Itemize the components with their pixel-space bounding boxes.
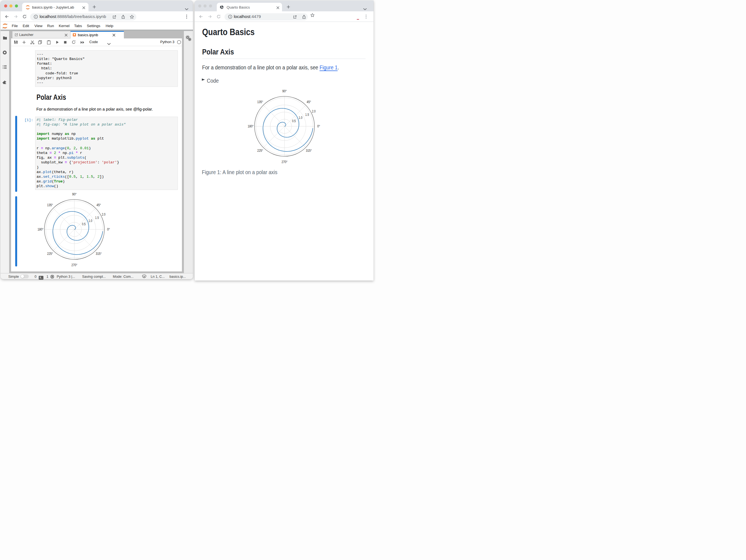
svg-text:45°: 45° — [307, 100, 311, 104]
svg-text:0°: 0° — [317, 124, 320, 128]
svg-text:1.5: 1.5 — [305, 113, 309, 116]
svg-text:0°: 0° — [107, 228, 110, 231]
svg-text:1.0: 1.0 — [298, 116, 303, 120]
svg-text:315°: 315° — [96, 252, 102, 256]
svg-text:135°: 135° — [47, 203, 53, 207]
svg-text:180°: 180° — [38, 228, 44, 231]
svg-text:180°: 180° — [248, 124, 253, 128]
svg-text:315°: 315° — [306, 149, 312, 153]
svg-text:225°: 225° — [47, 252, 53, 256]
svg-text:135°: 135° — [257, 100, 263, 104]
svg-text:90°: 90° — [72, 193, 77, 196]
svg-text:45°: 45° — [96, 203, 101, 207]
svg-text:270°: 270° — [282, 160, 287, 164]
svg-text:270°: 270° — [71, 263, 77, 267]
svg-text:2.0: 2.0 — [312, 110, 315, 113]
svg-text:0.5: 0.5 — [292, 119, 296, 123]
svg-text:1.5: 1.5 — [95, 216, 99, 220]
svg-text:1.0: 1.0 — [88, 219, 92, 223]
svg-text:0.5: 0.5 — [82, 222, 86, 226]
svg-text:225°: 225° — [257, 149, 263, 153]
svg-text:90°: 90° — [282, 89, 287, 93]
svg-text:2.0: 2.0 — [102, 212, 106, 216]
